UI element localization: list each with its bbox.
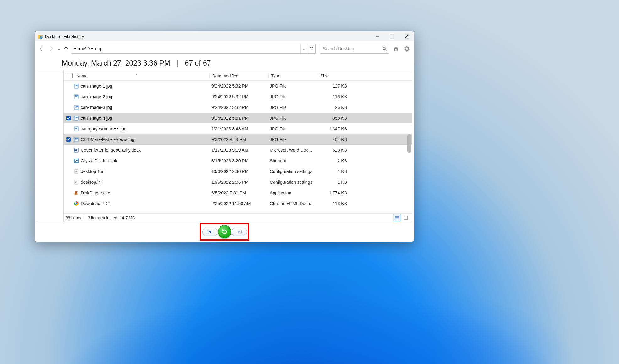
address-input[interactable]	[71, 46, 300, 51]
search-icon[interactable]	[380, 44, 389, 53]
file-row[interactable]: CBT-Mark-Fisher-Views.jpg9/3/2022 4:48 P…	[64, 134, 412, 145]
status-bar: 88 items 3 items selected 14.7 MB	[64, 213, 412, 222]
file-history-window: Desktop - File History ⌄ ⌄ Monday, March…	[35, 31, 414, 242]
sort-indicator-icon: ▴	[136, 73, 138, 76]
address-dropdown-button[interactable]: ⌄	[300, 44, 307, 53]
file-name: category-wordpress.jpg	[81, 126, 127, 131]
file-type-icon	[74, 158, 79, 163]
large-icons-view-button[interactable]	[402, 214, 410, 221]
file-row[interactable]: can-image-2.jpg9/24/2022 5:32 PMJPG File…	[64, 91, 412, 102]
file-type-icon: W	[74, 148, 79, 153]
svg-point-5	[383, 47, 385, 49]
select-all-checkbox[interactable]	[68, 73, 73, 78]
row-checkbox[interactable]	[66, 148, 71, 152]
column-header-date[interactable]: Date modified	[209, 73, 268, 78]
file-size: 127 KB	[316, 84, 348, 89]
refresh-button[interactable]	[307, 44, 315, 53]
file-type-icon	[74, 169, 79, 174]
file-size: 1 KB	[316, 180, 348, 185]
file-size: 1,774 KB	[316, 190, 348, 195]
row-checkbox[interactable]	[66, 127, 71, 131]
status-selection-count: 3 items selected	[88, 215, 117, 220]
file-type: JPG File	[267, 126, 316, 131]
row-checkbox[interactable]	[66, 180, 71, 184]
search-bar[interactable]	[320, 44, 389, 54]
file-type-icon	[74, 84, 79, 89]
file-row[interactable]: category-wordpress.jpg1/21/2023 8:43 AMJ…	[64, 123, 412, 134]
file-type-icon	[74, 137, 79, 142]
row-checkbox[interactable]	[66, 84, 71, 88]
details-view-button[interactable]	[393, 214, 401, 221]
file-date: 9/24/2022 5:32 PM	[209, 94, 267, 99]
footer	[35, 222, 414, 242]
up-button[interactable]	[62, 44, 69, 53]
status-item-count: 88 items	[66, 215, 81, 220]
row-checkbox[interactable]	[66, 116, 71, 120]
row-checkbox[interactable]	[66, 191, 71, 195]
svg-rect-46	[241, 230, 242, 233]
svg-rect-45	[208, 230, 208, 233]
settings-button[interactable]	[403, 45, 410, 52]
close-button[interactable]	[399, 31, 414, 41]
file-date: 10/6/2022 2:36 PM	[209, 180, 267, 185]
file-row[interactable]: can-image-1.jpg9/24/2022 5:32 PMJPG File…	[64, 81, 412, 91]
file-row[interactable]: Download.PDF2/25/2022 11:50 AMChrome HTM…	[64, 198, 412, 209]
row-checkbox[interactable]	[66, 201, 71, 206]
svg-rect-44	[404, 216, 408, 219]
address-bar[interactable]: ⌄	[71, 44, 316, 54]
file-row[interactable]: can-image-4.jpg9/24/2022 5:51 PMJPG File…	[64, 113, 412, 123]
file-size: 116 KB	[316, 94, 348, 99]
row-checkbox[interactable]	[66, 159, 71, 163]
file-type-icon	[74, 105, 79, 110]
snapshot-header: Monday, March 27, 2023 3:36 PM | 67 of 6…	[35, 56, 414, 71]
file-size: 404 KB	[316, 137, 348, 142]
file-name: CBT-Mark-Fisher-Views.jpg	[81, 137, 134, 142]
file-name: can-image-3.jpg	[81, 105, 112, 110]
file-type: Shortcut	[267, 158, 316, 163]
recent-locations-button[interactable]: ⌄	[57, 46, 61, 51]
previous-version-button[interactable]	[202, 228, 217, 236]
row-checkbox[interactable]	[66, 137, 71, 142]
forward-button[interactable]	[47, 44, 56, 53]
file-type: Chrome HTML Docu...	[267, 201, 316, 206]
snapshot-timestamp: Monday, March 27, 2023 3:36 PM	[62, 59, 170, 67]
file-size: 1 KB	[316, 169, 348, 174]
row-checkbox[interactable]	[66, 169, 71, 174]
scrollbar-thumb[interactable]	[407, 134, 411, 153]
status-selection-size: 14.7 MB	[120, 215, 135, 220]
file-name: can-image-4.jpg	[81, 116, 112, 121]
file-row[interactable]: desktop 1.ini10/6/2022 2:36 PMConfigurat…	[64, 166, 412, 177]
file-date: 9/3/2022 4:48 PM	[209, 137, 267, 142]
file-row[interactable]: WCover letter for seoClarity.docx1/17/20…	[64, 145, 412, 155]
svg-rect-37	[75, 191, 77, 194]
back-button[interactable]	[37, 44, 46, 53]
svg-point-40	[76, 203, 77, 204]
row-checkbox[interactable]	[66, 105, 71, 110]
file-row[interactable]: desktop.ini10/6/2022 2:36 PMConfiguratio…	[64, 177, 412, 187]
file-list[interactable]: can-image-1.jpg9/24/2022 5:32 PMJPG File…	[64, 81, 412, 213]
file-type-icon	[74, 116, 79, 121]
svg-line-6	[385, 49, 386, 51]
column-header-type[interactable]: Type	[268, 73, 318, 78]
home-button[interactable]	[392, 45, 400, 52]
file-type: JPG File	[267, 105, 316, 110]
file-panel: Name ▴ Date modified Type Size can-image…	[63, 71, 412, 222]
file-type: JPG File	[267, 137, 316, 142]
file-row[interactable]: can-image-3.jpg9/24/2022 5:32 PMJPG File…	[64, 102, 412, 113]
column-header-size[interactable]: Size	[318, 73, 349, 78]
snapshot-position: 67 of 67	[185, 59, 211, 67]
file-row[interactable]: DiskDigger.exe6/5/2022 7:31 PMApplicatio…	[64, 187, 412, 198]
restore-button[interactable]	[218, 225, 231, 238]
main-area: Name ▴ Date modified Type Size can-image…	[35, 71, 414, 222]
file-row[interactable]: CrystalDiskInfo.lnk3/15/2023 3:20 PMShor…	[64, 155, 412, 166]
next-version-button[interactable]	[232, 228, 247, 236]
file-date: 9/24/2022 5:32 PM	[209, 105, 267, 110]
search-input[interactable]	[320, 46, 380, 51]
minimize-button[interactable]	[371, 31, 385, 41]
column-header-name[interactable]: Name ▴	[64, 73, 209, 78]
maximize-button[interactable]	[385, 31, 399, 41]
file-date: 2/25/2022 11:50 AM	[209, 201, 267, 206]
row-checkbox[interactable]	[66, 95, 71, 99]
file-type: Configuration settings	[267, 169, 316, 174]
file-name: desktop.ini	[81, 180, 102, 185]
